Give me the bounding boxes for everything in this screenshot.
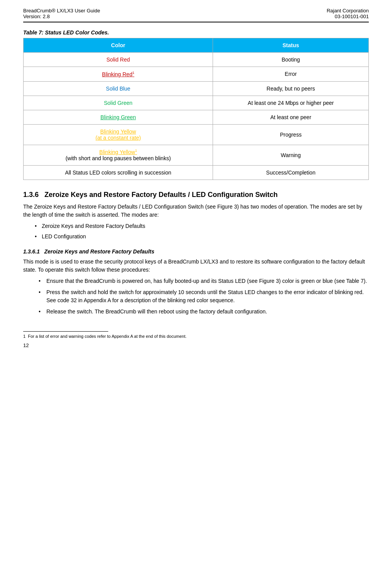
status-label: Ready, but no peers xyxy=(213,81,369,96)
table-row: All Status LED colors scrolling in succe… xyxy=(24,166,369,180)
doc-number: 03-100101-001 xyxy=(327,14,369,19)
footnote: 1 For a list of error and warning codes … xyxy=(23,334,369,339)
color-label: Solid Blue xyxy=(106,86,130,92)
table-row: Solid Red Booting xyxy=(24,53,369,67)
table-row: Blinking Red1 Error xyxy=(24,67,369,82)
table-row: Blinking Yellow1 (with short and long pa… xyxy=(24,145,369,166)
section-1361-heading: 1.3.6.1 Zeroize Keys and Restore Factory… xyxy=(23,248,369,255)
color-label: Blinking Yellow xyxy=(100,128,136,135)
table-row: Blinking Yellow (at a constant rate) Pro… xyxy=(24,124,369,145)
page-number: 12 xyxy=(23,342,369,348)
section-136-bullets: Zeroize Keys and Restore Factory Default… xyxy=(35,222,369,241)
status-label: At least one peer xyxy=(213,110,369,124)
col-header-status: Status xyxy=(213,38,369,53)
list-item: LED Configuration xyxy=(35,233,369,241)
list-item: Zeroize Keys and Restore Factory Default… xyxy=(35,222,369,230)
status-label: Progress xyxy=(213,124,369,145)
header-right: Rajant Corporation 03-100101-001 xyxy=(327,8,369,19)
color-label: Solid Green xyxy=(104,100,133,106)
footer-divider xyxy=(23,331,108,332)
doc-version: Version: 2.8 xyxy=(23,14,100,19)
led-color-table: Color Status Solid Red Booting Blinking … xyxy=(23,38,369,180)
page-header: BreadCrumb® LX/LX3 User Guide Version: 2… xyxy=(23,8,369,22)
list-item: Release the switch. The BreadCrumb will … xyxy=(39,308,369,316)
status-label: Error xyxy=(213,67,369,82)
color-label: Blinking Yellow1 xyxy=(99,149,137,155)
status-label: At least one 24 Mbps or higher peer xyxy=(213,96,369,110)
color-label: All Status LED colors scrolling in succe… xyxy=(24,166,213,180)
color-label: Blinking Red1 xyxy=(102,71,135,77)
table-title: Table 7: Status LED Color Codes. xyxy=(23,29,369,36)
status-label: Success/Completion xyxy=(213,166,369,180)
doc-title: BreadCrumb® LX/LX3 User Guide xyxy=(23,8,100,14)
status-label: Booting xyxy=(213,53,369,67)
footnote-number: 1 xyxy=(23,334,26,339)
col-header-color: Color xyxy=(24,38,213,53)
section-136-heading: 1.3.6 Zeroize Keys and Restore Factory D… xyxy=(23,191,369,199)
table-row: Solid Green At least one 24 Mbps or high… xyxy=(24,96,369,110)
company-name: Rajant Corporation xyxy=(327,8,369,14)
color-label-sub: (with short and long pauses between blin… xyxy=(65,155,170,161)
section-136-body: The Zeroize Keys and Restore Factory Def… xyxy=(23,203,369,219)
color-label-sub: (at a constant rate) xyxy=(95,135,141,141)
section-1361-bullets: Ensure that the BreadCrumb is powered on… xyxy=(39,277,369,316)
header-left: BreadCrumb® LX/LX3 User Guide Version: 2… xyxy=(23,8,100,19)
list-item: Ensure that the BreadCrumb is powered on… xyxy=(39,277,369,285)
list-item: Press the switch and hold the switch for… xyxy=(39,288,369,305)
status-label: Warning xyxy=(213,145,369,166)
color-label: Blinking Green xyxy=(101,114,136,120)
footnote-text: For a list of error and warning codes re… xyxy=(28,334,186,339)
table-row: Blinking Green At least one peer xyxy=(24,110,369,124)
section-1361-body: This mode is is used to erase the securi… xyxy=(23,258,369,274)
color-label: Solid Red xyxy=(106,56,130,63)
table-row: Solid Blue Ready, but no peers xyxy=(24,81,369,96)
